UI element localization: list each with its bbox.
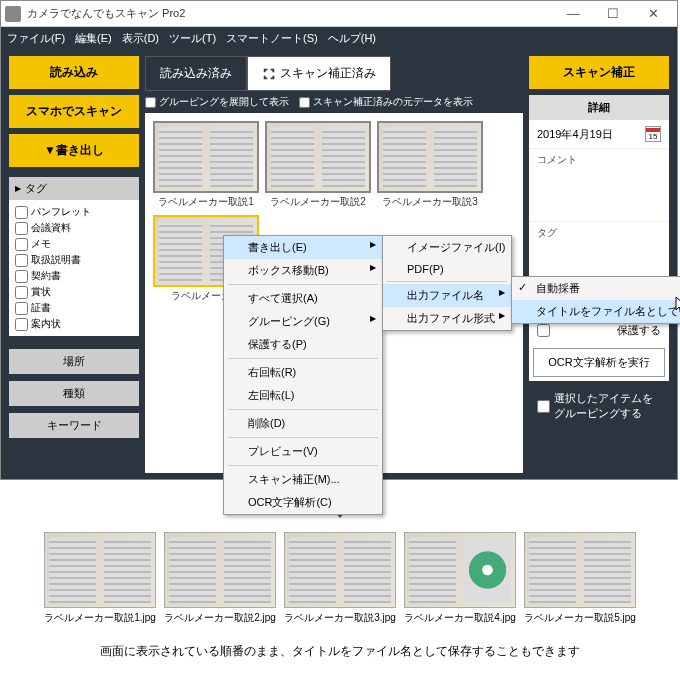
accordion-place[interactable]: 場所 bbox=[9, 349, 139, 374]
tag-item[interactable]: 案内状 bbox=[15, 316, 133, 332]
minimize-button[interactable]: — bbox=[553, 2, 593, 26]
separator bbox=[228, 284, 378, 285]
export-result-row: ラベルメーカー取説1.jpg ラベルメーカー取説2.jpg ラベルメーカー取説3… bbox=[0, 528, 680, 629]
opt-auto-number[interactable]: 自動採番 bbox=[512, 277, 680, 300]
detail-header: 詳細 bbox=[529, 95, 669, 120]
tag-item[interactable]: 賞状 bbox=[15, 284, 133, 300]
ctx-select-all[interactable]: すべて選択(A) bbox=[224, 287, 382, 310]
tag-item[interactable]: 会議資料 bbox=[15, 220, 133, 236]
export-button[interactable]: ▼書き出し bbox=[9, 134, 139, 167]
menu-smartnote[interactable]: スマートノート(S) bbox=[226, 31, 318, 46]
ctx-rotate-right[interactable]: 右回転(R) bbox=[224, 361, 382, 384]
thumb-item[interactable]: ラベルメーカー取説2 bbox=[265, 121, 371, 209]
close-button[interactable]: ✕ bbox=[633, 2, 673, 26]
right-sidebar: スキャン補正 詳細 2019年4月19日 15 コメント タグ 種類 保護する … bbox=[529, 56, 669, 425]
window-controls: — ☐ ✕ bbox=[553, 2, 673, 26]
scan-correct-button[interactable]: スキャン補正 bbox=[529, 56, 669, 89]
ctx-grouping[interactable]: グルーピング(G) bbox=[224, 310, 382, 333]
scan-icon bbox=[262, 67, 276, 81]
tab-loaded[interactable]: 読み込み済み bbox=[145, 56, 247, 91]
tag-item[interactable]: パンフレット bbox=[15, 204, 133, 220]
left-sidebar: 読み込み スマホでスキャン ▼書き出し タグ パンフレット 会議資料 メモ 取扱… bbox=[9, 56, 139, 438]
sub-output-format[interactable]: 出力ファイル形式 bbox=[383, 307, 511, 330]
sub-output-filename[interactable]: 出力ファイル名 bbox=[383, 284, 511, 307]
read-button[interactable]: 読み込み bbox=[9, 56, 139, 89]
ctx-delete[interactable]: 削除(D) bbox=[224, 412, 382, 435]
detail-comment-label: コメント bbox=[529, 148, 669, 171]
view-options: グルーピングを展開して表示 スキャン補正済みの元データを表示 bbox=[145, 91, 523, 113]
check-show-original[interactable]: スキャン補正済みの元データを表示 bbox=[299, 95, 473, 109]
menu-view[interactable]: 表示(D) bbox=[122, 31, 159, 46]
app-icon bbox=[5, 6, 21, 22]
maximize-button[interactable]: ☐ bbox=[593, 2, 633, 26]
detail-tag-label: タグ bbox=[529, 221, 669, 244]
menu-edit[interactable]: 編集(E) bbox=[75, 31, 112, 46]
menu-file[interactable]: ファイル(F) bbox=[7, 31, 65, 46]
context-menu: 書き出し(E) ボックス移動(B) すべて選択(A) グルーピング(G) 保護す… bbox=[223, 235, 383, 515]
export-thumb: ラベルメーカー取説3.jpg bbox=[284, 532, 396, 625]
titlebar: カメラでなんでもスキャン Pro2 — ☐ ✕ bbox=[1, 1, 677, 27]
tag-panel: タグ パンフレット 会議資料 メモ 取扱説明書 契約書 賞状 証書 案内状 bbox=[9, 177, 139, 336]
submenu-filename: 自動採番 タイトルをファイル名として使用 bbox=[511, 276, 680, 324]
ctx-box-move[interactable]: ボックス移動(B) bbox=[224, 259, 382, 282]
menu-tool[interactable]: ツール(T) bbox=[169, 31, 216, 46]
calendar-icon[interactable]: 15 bbox=[645, 126, 661, 142]
separator bbox=[228, 437, 378, 438]
ctx-ocr[interactable]: OCR文字解析(C) bbox=[224, 491, 382, 514]
separator bbox=[228, 358, 378, 359]
ctx-export[interactable]: 書き出し(E) bbox=[224, 236, 382, 259]
export-thumb: ラベルメーカー取説5.jpg bbox=[524, 532, 636, 625]
accordion-kind[interactable]: 種類 bbox=[9, 381, 139, 406]
smartphone-scan-button[interactable]: スマホでスキャン bbox=[9, 95, 139, 128]
separator bbox=[387, 281, 507, 282]
ctx-preview[interactable]: プレビュー(V) bbox=[224, 440, 382, 463]
ctx-protect[interactable]: 保護する(P) bbox=[224, 333, 382, 356]
center-column: 読み込み済み スキャン補正済み グルーピングを展開して表示 スキャン補正済みの元… bbox=[145, 56, 523, 473]
main-layout: 読み込み スマホでスキャン ▼書き出し タグ パンフレット 会議資料 メモ 取扱… bbox=[1, 50, 677, 479]
ocr-button[interactable]: OCR文字解析を実行 bbox=[533, 348, 665, 377]
separator bbox=[228, 409, 378, 410]
tag-item[interactable]: 契約書 bbox=[15, 268, 133, 284]
caption-text: 画面に表示されている順番のまま、タイトルをファイル名として保存することもできます bbox=[0, 629, 680, 668]
tabs: 読み込み済み スキャン補正済み bbox=[145, 56, 523, 91]
menubar: ファイル(F) 編集(E) 表示(D) ツール(T) スマートノート(S) ヘル… bbox=[1, 27, 677, 50]
ctx-rotate-left[interactable]: 左回転(L) bbox=[224, 384, 382, 407]
check-expand-grouping[interactable]: グルーピングを展開して表示 bbox=[145, 95, 289, 109]
detail-date: 2019年4月19日 bbox=[537, 127, 613, 142]
opt-title-as-filename[interactable]: タイトルをファイル名として使用 bbox=[512, 300, 680, 323]
sub-pdf[interactable]: PDF(P) bbox=[383, 259, 511, 279]
tab-scanned[interactable]: スキャン補正済み bbox=[247, 56, 391, 91]
thumbnail-grid[interactable]: ラベルメーカー取説1 ラベルメーカー取説2 ラベルメーカー取説3 ラベルメーカー… bbox=[145, 113, 523, 473]
tag-item[interactable]: 取扱説明書 bbox=[15, 252, 133, 268]
export-thumb: ラベルメーカー取説4.jpg bbox=[404, 532, 516, 625]
app-title: カメラでなんでもスキャン Pro2 bbox=[27, 6, 553, 21]
export-thumb: ラベルメーカー取説2.jpg bbox=[164, 532, 276, 625]
export-thumb: ラベルメーカー取説1.jpg bbox=[44, 532, 156, 625]
app-window: カメラでなんでもスキャン Pro2 — ☐ ✕ ファイル(F) 編集(E) 表示… bbox=[0, 0, 678, 480]
tag-item[interactable]: メモ bbox=[15, 236, 133, 252]
detail-panel: 詳細 2019年4月19日 15 コメント タグ 種類 保護する OCR文字解析… bbox=[529, 95, 669, 381]
thumb-item[interactable]: ラベルメーカー取説1 bbox=[153, 121, 259, 209]
menu-help[interactable]: ヘルプ(H) bbox=[328, 31, 376, 46]
ctx-scan-correct[interactable]: スキャン補正(M)... bbox=[224, 468, 382, 491]
accordion-keyword[interactable]: キーワード bbox=[9, 413, 139, 438]
detail-date-row: 2019年4月19日 15 bbox=[529, 120, 669, 148]
tag-list: パンフレット 会議資料 メモ 取扱説明書 契約書 賞状 証書 案内状 bbox=[9, 200, 139, 336]
sub-image-file[interactable]: イメージファイル(I) bbox=[383, 236, 511, 259]
tag-item[interactable]: 証書 bbox=[15, 300, 133, 316]
submenu-export: イメージファイル(I) PDF(P) 出力ファイル名 出力ファイル形式 自動採番… bbox=[382, 235, 512, 331]
separator bbox=[228, 465, 378, 466]
thumb-item[interactable]: ラベルメーカー取説3 bbox=[377, 121, 483, 209]
tag-header[interactable]: タグ bbox=[9, 177, 139, 200]
group-selected-check[interactable]: 選択したアイテムをグルーピングする bbox=[529, 387, 669, 425]
